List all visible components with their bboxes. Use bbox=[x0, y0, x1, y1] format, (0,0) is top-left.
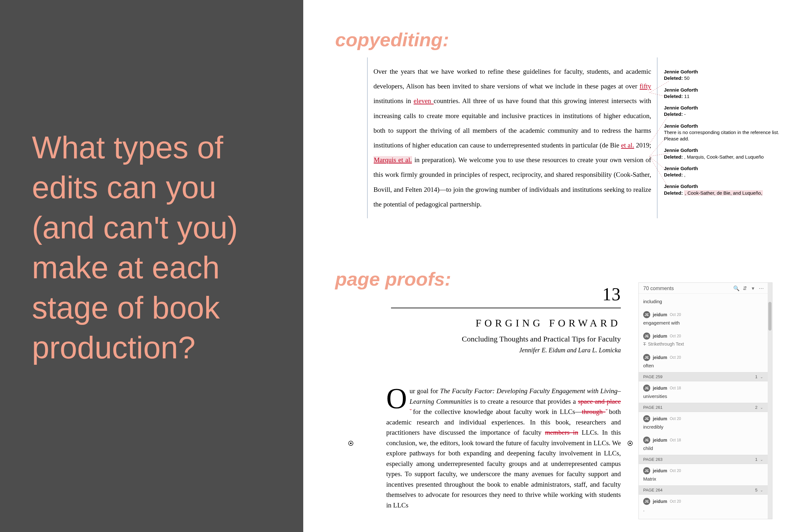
current-page-indicator-icon bbox=[639, 405, 639, 409]
avatar: JE bbox=[643, 311, 650, 318]
page-comment-count: 2 bbox=[755, 405, 758, 410]
avatar: JE bbox=[643, 437, 650, 443]
chapter-subtitle: Concluding Thoughts and Practical Tips f… bbox=[361, 335, 621, 343]
tracked-change-item[interactable]: Jennie GoforthDeleted: - bbox=[664, 105, 792, 118]
filter-icon[interactable]: ▾ bbox=[750, 285, 756, 291]
page-label: PAGE 264 bbox=[643, 488, 662, 492]
sort-icon[interactable]: ⇵ bbox=[741, 285, 748, 291]
proof-strike: members in bbox=[545, 429, 578, 436]
chevron-down-icon[interactable]: ⌄ bbox=[760, 488, 763, 492]
chapter-byline: Jennifer E. Eidum and Lara L. Lomicka bbox=[361, 347, 621, 354]
tracked-change-body: Deleted: 50 bbox=[664, 75, 792, 81]
pdf-comment-row[interactable]: JEjeidumOct 18universities bbox=[639, 381, 768, 403]
page-label: PAGE 263 bbox=[643, 457, 662, 462]
caret-icon: ˇ bbox=[410, 408, 413, 416]
strikethrough-annotation: T̶Strikethrough Text bbox=[643, 341, 684, 347]
slide-question: What types of edits can you (and can't y… bbox=[32, 128, 287, 368]
strikethrough-icon: T̶ bbox=[643, 341, 646, 347]
tracked-change-item[interactable]: Jennie GoforthDeleted: 11 bbox=[664, 87, 792, 100]
pdf-comment-row[interactable]: JEjeidumOct 20often bbox=[639, 351, 768, 372]
tracked-etal: et al. bbox=[621, 141, 634, 149]
page-proof-block: 13 FORGING FORWARD Concluding Thoughts a… bbox=[361, 284, 621, 511]
pdf-comment-text: . bbox=[643, 507, 763, 512]
chevron-down-icon[interactable]: ⌄ bbox=[760, 457, 763, 462]
manuscript-block: Over the years that we have worked to re… bbox=[374, 57, 651, 218]
ms-margin-left bbox=[367, 57, 368, 218]
comments-count-label: 70 comments bbox=[643, 286, 674, 291]
tracked-change-item[interactable]: Jennie GoforthDeleted: 50 bbox=[664, 69, 792, 82]
pdf-comments-body: 70 comments 🔍 ⇵ ▾ ⋯ includingJEjeidumOct… bbox=[639, 283, 768, 519]
pdf-comment-row[interactable]: JEjeidumOct 20engagement with bbox=[639, 308, 768, 329]
body-text: ur goal for bbox=[410, 387, 440, 395]
pdf-comment-text: child bbox=[643, 445, 763, 451]
comment-username: jeidum bbox=[653, 416, 667, 421]
comment-username: jeidum bbox=[653, 334, 667, 339]
comment-date: Oct 20 bbox=[670, 312, 681, 317]
pdf-comment-row[interactable]: including bbox=[639, 293, 768, 308]
tracked-change-body: Deleted: , Cook-Sather, de Bie, and Luqu… bbox=[664, 190, 792, 196]
avatar: JE bbox=[643, 467, 650, 474]
comment-username: jeidum bbox=[653, 385, 667, 391]
pdf-comments-panel: 70 comments 🔍 ⇵ ▾ ⋯ includingJEjeidumOct… bbox=[639, 282, 773, 519]
manuscript-paragraph: Over the years that we have worked to re… bbox=[374, 64, 651, 212]
tracked-change-author: Jennie Goforth bbox=[664, 69, 792, 75]
crop-mark-icon bbox=[348, 440, 354, 446]
tracked-change-author: Jennie Goforth bbox=[664, 147, 792, 153]
ms-text: Over the years that we have worked to re… bbox=[374, 68, 651, 90]
comment-date: Oct 18 bbox=[670, 438, 681, 442]
caret-icon: ˇ bbox=[606, 408, 609, 416]
crop-mark-icon bbox=[627, 440, 633, 446]
search-icon[interactable]: 🔍 bbox=[733, 285, 740, 291]
tracked-change-body: Deleted: - bbox=[664, 111, 792, 117]
tracked-change-item[interactable]: Jennie GoforthDeleted: , Cook-Sather, de… bbox=[664, 183, 792, 196]
chevron-down-icon[interactable]: ⌄ bbox=[760, 405, 763, 410]
more-icon[interactable]: ⋯ bbox=[758, 285, 764, 291]
pdf-comment-row[interactable]: JEjeidumOct 20Matrix bbox=[639, 464, 768, 486]
page-comment-count: 1 bbox=[755, 457, 758, 462]
svg-point-8 bbox=[350, 443, 352, 444]
ms-text: 2019; bbox=[634, 141, 651, 149]
pdf-comment-row[interactable]: JEjeidumOct 20incredibly bbox=[639, 412, 768, 433]
comment-date: Oct 20 bbox=[670, 334, 681, 338]
avatar: JE bbox=[643, 354, 650, 361]
pdf-comment-text: universities bbox=[643, 394, 763, 399]
pdf-comment-row[interactable]: JEjeidumOct 18child bbox=[639, 433, 768, 455]
tracked-change-author: Jennie Goforth bbox=[664, 105, 792, 111]
chevron-down-icon[interactable]: ⌄ bbox=[760, 375, 763, 379]
chapter-number: 13 bbox=[361, 284, 621, 304]
page-label: PAGE 259 bbox=[643, 374, 662, 379]
scrollbar-thumb[interactable] bbox=[768, 302, 772, 330]
tracked-change-body: Deleted: , bbox=[664, 172, 792, 178]
svg-point-10 bbox=[629, 443, 631, 444]
page-label: PAGE 261 bbox=[643, 405, 662, 410]
ms-text: countries. All three of us have found th… bbox=[374, 97, 651, 149]
tracked-marquis: Marquis et al. bbox=[374, 156, 412, 164]
chapter-title: FORGING FORWARD bbox=[361, 317, 621, 329]
pdf-page-separator[interactable]: PAGE 2591⌄ bbox=[639, 372, 768, 381]
tracked-change-item[interactable]: Jennie GoforthDeleted: , Marquis, Cook-S… bbox=[664, 147, 792, 160]
pdf-comment-text: Matrix bbox=[643, 476, 763, 481]
pdf-page-separator[interactable]: PAGE 2645⌄ bbox=[639, 486, 768, 495]
comment-username: jeidum bbox=[653, 355, 667, 360]
pdf-page-separator[interactable]: PAGE 2631⌄ bbox=[639, 455, 768, 464]
comment-username: jeidum bbox=[653, 438, 667, 443]
pdf-comment-row[interactable]: JEjeidumOct 20T̶Strikethrough Text bbox=[639, 329, 768, 351]
left-panel: What types of edits can you (and can't y… bbox=[0, 0, 303, 532]
chapter-rule bbox=[391, 308, 621, 308]
scrollbar-track[interactable] bbox=[768, 283, 772, 519]
comment-username: jeidum bbox=[653, 468, 667, 473]
comment-username: jeidum bbox=[653, 312, 667, 317]
ms-text: in preparation). We welcome you to use t… bbox=[374, 156, 651, 208]
pdf-comment-text: incredibly bbox=[643, 424, 763, 430]
tracked-change-item[interactable]: Jennie GoforthThere is no corresponding … bbox=[664, 123, 792, 142]
pdf-comment-row[interactable]: JEjeidumOct 20. bbox=[639, 495, 768, 516]
tracked-change-item[interactable]: Jennie GoforthDeleted: , bbox=[664, 165, 792, 178]
slide-canvas: What types of edits can you (and can't y… bbox=[0, 0, 798, 532]
page-comment-count: 1 bbox=[755, 374, 758, 379]
pdf-comments-header: 70 comments 🔍 ⇵ ▾ ⋯ bbox=[639, 283, 768, 293]
avatar: JE bbox=[643, 384, 650, 392]
chapter-body: Our goal for The Faculty Factor: Develop… bbox=[386, 386, 621, 511]
ms-text: institutions in bbox=[374, 97, 414, 105]
drop-cap: O bbox=[386, 386, 410, 410]
pdf-page-separator[interactable]: PAGE 2612⌄ bbox=[639, 403, 768, 412]
